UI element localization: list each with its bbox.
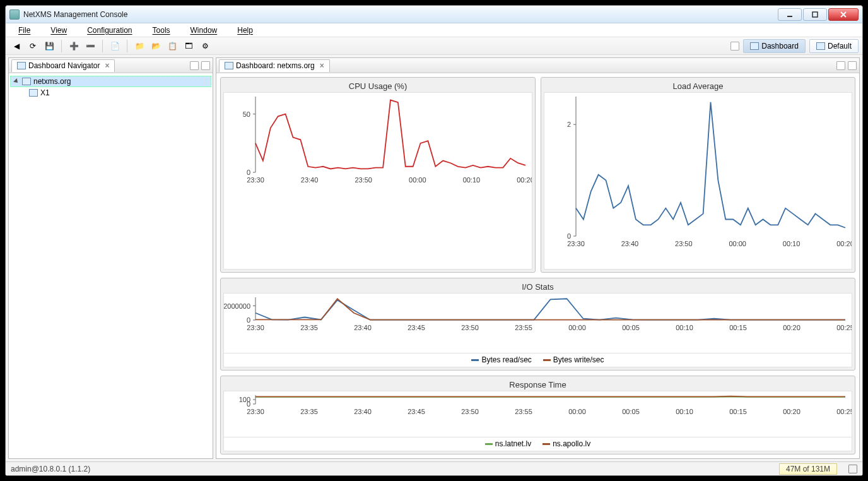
svg-text:00:20: 00:20: [836, 240, 852, 247]
svg-text:00:10: 00:10: [463, 176, 481, 184]
svg-text:23:45: 23:45: [408, 324, 425, 331]
svg-text:23:30: 23:30: [247, 408, 264, 415]
dashboard-pane: Dashboard: netxms.org × CPU Usage (%) 05…: [216, 57, 860, 459]
svg-text:00:00: 00:00: [568, 408, 586, 415]
svg-text:23:50: 23:50: [355, 176, 372, 184]
svg-text:00:00: 00:00: [409, 176, 426, 184]
dashboard-node-icon: [29, 89, 38, 97]
svg-text:00:10: 00:10: [676, 408, 693, 415]
perspective-default[interactable]: Default: [809, 39, 859, 53]
plot-area: 05023:3023:4023:5000:0000:1000:20: [223, 92, 532, 270]
svg-text:00:25: 00:25: [836, 408, 852, 415]
toolbar-copy-icon[interactable]: 📋: [165, 39, 179, 53]
minimize-button[interactable]: [778, 8, 802, 21]
toolbar-save-icon[interactable]: 💾: [42, 39, 56, 53]
separator: [61, 40, 62, 52]
maximize-pane-icon[interactable]: [848, 61, 857, 70]
svg-text:23:30: 23:30: [247, 176, 264, 184]
maximize-button[interactable]: [803, 8, 827, 21]
toolbar-add-icon[interactable]: ➕: [67, 39, 81, 53]
chart-title: CPU Usage (%): [223, 80, 532, 92]
plot-area: 010023:3023:3523:4023:4523:5023:5500:000…: [223, 391, 852, 437]
app-window: NetXMS Management Console File View Conf…: [5, 5, 863, 476]
svg-text:0: 0: [247, 169, 250, 176]
svg-text:23:40: 23:40: [354, 324, 372, 331]
menu-tools[interactable]: Tools: [143, 25, 180, 36]
svg-text:00:00: 00:00: [568, 324, 586, 331]
minimize-pane-icon[interactable]: [836, 61, 845, 70]
dashboard-icon: [750, 42, 759, 50]
chart-io: I/O Stats 0200000023:3023:3523:4023:4523…: [220, 278, 855, 371]
svg-text:00:20: 00:20: [783, 408, 801, 415]
svg-text:23:30: 23:30: [247, 324, 264, 331]
svg-text:23:35: 23:35: [300, 408, 318, 415]
svg-text:00:20: 00:20: [783, 324, 801, 331]
window-title: NetXMS Management Console: [23, 10, 778, 19]
toolbar-folder2-icon[interactable]: 📂: [149, 39, 163, 53]
plot-area: 0200000023:3023:3523:4023:4523:5023:5500…: [223, 293, 852, 353]
svg-text:23:50: 23:50: [461, 324, 479, 331]
dashboard-tab[interactable]: Dashboard: netxms.org ×: [219, 59, 330, 72]
navigator-icon: [17, 62, 26, 69]
toolbar-folder-icon[interactable]: 📁: [132, 39, 146, 53]
tree-child[interactable]: X1: [10, 87, 211, 98]
menu-view[interactable]: View: [40, 25, 77, 36]
legend-swatch: [471, 359, 479, 361]
menu-configuration[interactable]: Configuration: [77, 25, 142, 36]
expand-icon[interactable]: [13, 78, 20, 85]
close-tab-icon[interactable]: ×: [320, 61, 324, 70]
maximize-pane-icon[interactable]: [201, 61, 210, 70]
navigator-title: Dashboard Navigator: [28, 61, 100, 70]
svg-text:00:05: 00:05: [622, 408, 640, 415]
menu-window[interactable]: Window: [180, 25, 228, 36]
svg-text:0: 0: [247, 316, 250, 324]
toolbar-remove-icon[interactable]: ➖: [83, 39, 97, 53]
default-icon: [816, 42, 825, 50]
chart-title: I/O Stats: [223, 281, 852, 293]
svg-text:23:50: 23:50: [675, 240, 693, 247]
menu-help[interactable]: Help: [227, 25, 263, 36]
toolbar-refresh-icon[interactable]: ⟳: [26, 39, 40, 53]
legend: ns.latnet.lv ns.apollo.lv: [223, 437, 852, 451]
svg-text:23:40: 23:40: [301, 176, 319, 184]
svg-text:23:35: 23:35: [300, 324, 318, 331]
navigator-tab[interactable]: Dashboard Navigator ×: [11, 59, 115, 72]
navigator-tree[interactable]: netxms.org X1: [9, 73, 213, 101]
toolbar-window-icon[interactable]: 🗔: [182, 39, 196, 53]
svg-text:50: 50: [243, 110, 250, 118]
statusbar: admin@10.8.0.1 (1.1.2) 47M of 131M: [6, 461, 862, 475]
svg-text:23:55: 23:55: [515, 324, 532, 331]
trash-icon[interactable]: [848, 465, 857, 473]
chart-rt: Response Time 010023:3023:3523:4023:4523…: [220, 376, 855, 454]
svg-text:23:50: 23:50: [461, 408, 479, 415]
tree-root[interactable]: netxms.org: [10, 76, 211, 87]
toolbar-gear-icon[interactable]: ⚙: [198, 39, 212, 53]
titlebar[interactable]: NetXMS Management Console: [6, 6, 862, 23]
svg-text:23:40: 23:40: [621, 240, 639, 247]
status-user: admin@10.8.0.1 (1.1.2): [11, 465, 90, 473]
svg-text:00:05: 00:05: [622, 324, 640, 331]
toolbar-back-icon[interactable]: ◀: [9, 39, 23, 53]
svg-text:00:15: 00:15: [729, 408, 747, 415]
legend: Bytes read/sec Bytes write/sec: [223, 353, 852, 367]
svg-text:23:30: 23:30: [567, 240, 585, 247]
svg-text:23:55: 23:55: [515, 408, 532, 415]
app-icon: [9, 9, 20, 20]
menu-file[interactable]: File: [8, 25, 40, 36]
close-button[interactable]: [828, 8, 859, 21]
status-memory: 47M of 131M: [779, 463, 837, 475]
dashboard-tab-icon: [225, 62, 233, 69]
minimize-pane-icon[interactable]: [190, 61, 199, 70]
close-tab-icon[interactable]: ×: [105, 61, 109, 70]
svg-text:2000000: 2000000: [224, 302, 250, 310]
perspective-dashboard[interactable]: Dashboard: [743, 39, 806, 53]
svg-text:00:25: 00:25: [836, 324, 852, 331]
toolbar-doc-icon[interactable]: 📄: [108, 39, 122, 53]
perspective-open-icon[interactable]: [730, 42, 739, 50]
chart-load: Load Average 0223:3023:4023:5000:0000:10…: [541, 77, 855, 273]
chart-title: Load Average: [544, 80, 852, 92]
svg-text:23:45: 23:45: [408, 408, 425, 415]
svg-text:23:40: 23:40: [354, 408, 372, 415]
chart-cpu: CPU Usage (%) 05023:3023:4023:5000:0000:…: [220, 77, 536, 273]
svg-text:00:20: 00:20: [517, 176, 532, 184]
